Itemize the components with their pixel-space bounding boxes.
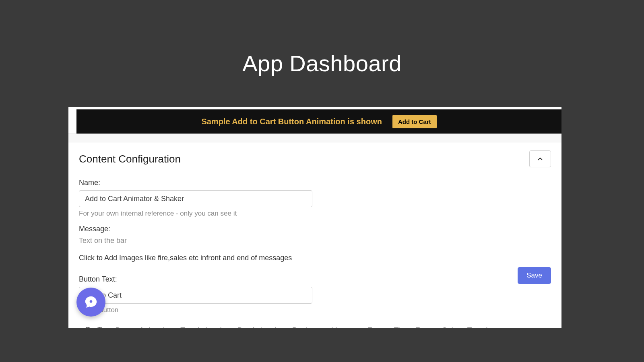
page-title: App Dashboard: [0, 50, 644, 76]
name-input[interactable]: [79, 190, 312, 207]
collapse-button[interactable]: [529, 150, 551, 167]
chevron-up-icon: [537, 155, 544, 162]
go-to-label: Go To:: [85, 325, 108, 328]
message-subtext: Text on the bar: [79, 237, 551, 245]
nav-link-text-animation[interactable]: Text Animation: [180, 326, 230, 328]
nav-link-background-images[interactable]: Background Images: [292, 326, 360, 328]
button-text-label: Button Text:: [79, 275, 551, 284]
message-label: Message:: [79, 225, 551, 233]
button-text-field-group: Button Text: Te the button: [79, 275, 551, 314]
nav-link-fonts[interactable]: Fonts: [367, 326, 387, 328]
message-field-group: Message: Text on the bar: [79, 225, 551, 245]
sample-bar-message: Sample Add to Cart Button Animation is s…: [201, 117, 382, 126]
add-images-instruction[interactable]: Click to Add Images like fire,sales etc …: [79, 254, 551, 262]
name-field-group: Name: For your own internal reference - …: [79, 179, 551, 218]
nav-link-timer-fonts[interactable]: Timer Fonts: [394, 326, 435, 328]
save-button[interactable]: Save: [518, 267, 551, 284]
button-text-help: Te the button: [79, 306, 551, 314]
svg-point-0: [90, 300, 93, 303]
name-help-text: For your own internal reference - only y…: [79, 210, 551, 218]
button-text-input[interactable]: [79, 287, 312, 304]
sample-bar: Sample Add to Cart Button Animation is s…: [76, 109, 561, 134]
add-to-cart-button[interactable]: Add to Cart: [392, 115, 437, 128]
content-configuration-section: Content Configuration Name: For your own…: [68, 142, 561, 328]
chat-widget-button[interactable]: [76, 288, 105, 317]
nav-link-color[interactable]: Color: [442, 326, 460, 328]
nav-link-button-animation[interactable]: Button Animation: [116, 326, 173, 328]
chat-icon: [84, 295, 98, 309]
go-to-nav: Go To: Button Animation Text Animation B…: [79, 325, 551, 328]
section-divider: [68, 134, 561, 142]
name-label: Name:: [79, 179, 551, 187]
app-window: Sample Add to Cart Button Animation is s…: [68, 107, 561, 328]
nav-link-template[interactable]: Template: [467, 326, 498, 328]
section-title: Content Configuration: [79, 153, 181, 165]
nav-link-bar-animation[interactable]: Bar Animation: [237, 326, 285, 328]
